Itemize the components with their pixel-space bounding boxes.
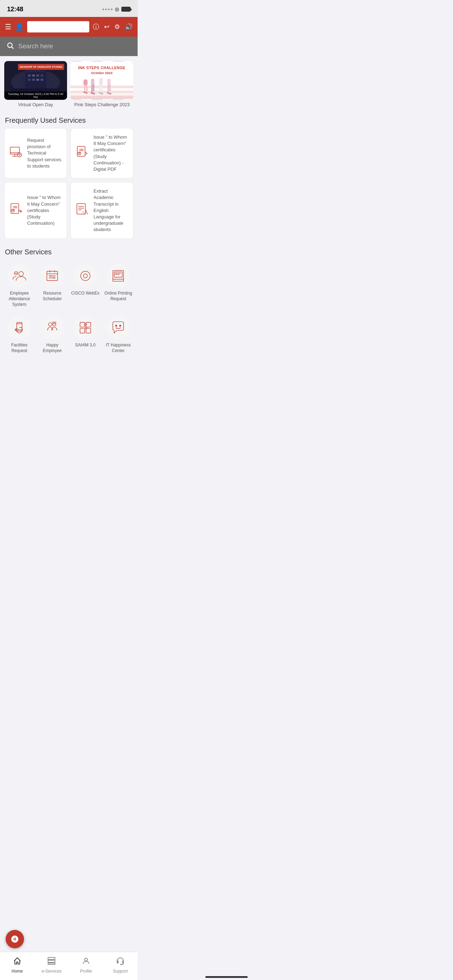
main-content: DEANSHIP OF GRADUATE STUDIES Tuesday, 24… <box>0 56 138 394</box>
status-bar: 12:48 ⊜ <box>0 0 138 17</box>
svg-rect-13 <box>41 79 43 81</box>
online-printing-icon-circle <box>106 264 130 288</box>
svg-rect-26 <box>85 92 87 94</box>
other-label-sahim: SAHIM 3.0 <box>75 342 95 348</box>
search-bar[interactable]: Search here <box>0 37 138 56</box>
search-placeholder: Search here <box>18 43 53 50</box>
svg-rect-34 <box>101 84 103 92</box>
other-item-online-printing[interactable]: Online Printing Request <box>102 260 135 312</box>
other-label-online-printing: Online Printing Request <box>103 291 134 302</box>
service-text-1: Request provision of Technical Support s… <box>27 137 62 169</box>
svg-rect-39 <box>110 84 111 92</box>
svg-rect-10 <box>28 79 31 81</box>
banner-label-2: Pink Steps Challenge 2023 <box>71 100 134 109</box>
svg-text:October 2023: October 2023 <box>91 71 113 75</box>
status-icons: ⊜ <box>102 6 130 13</box>
service-icon-2 <box>75 145 89 162</box>
svg-rect-71 <box>50 275 52 278</box>
other-services-title: Other Services <box>0 245 138 260</box>
resource-scheduler-icon-circle <box>40 264 64 288</box>
svg-point-91 <box>119 325 121 327</box>
svg-line-61 <box>86 210 87 214</box>
svg-rect-7 <box>32 75 35 76</box>
svg-rect-6 <box>28 75 31 76</box>
service-card-2[interactable]: Issue " to Whom It May Concern" certific… <box>71 128 134 178</box>
banner-card-1[interactable]: DEANSHIP OF GRADUATE STUDIES Tuesday, 24… <box>4 61 67 109</box>
other-item-it-happiness[interactable]: IT Happiness Center <box>102 312 135 358</box>
svg-rect-9 <box>41 75 43 76</box>
banner-badge-1: DEANSHIP OF GRADUATE STUDIES <box>18 64 64 70</box>
search-icon <box>6 41 14 51</box>
info-icon[interactable]: ⓘ <box>93 22 99 31</box>
other-services-section: Other Services Employee Attendance Syste… <box>0 242 138 358</box>
battery-icon <box>121 7 130 12</box>
banner-section: DEANSHIP OF GRADUATE STUDIES Tuesday, 24… <box>0 56 138 114</box>
svg-rect-11 <box>32 79 35 81</box>
svg-rect-40 <box>107 92 110 94</box>
other-label-resource-scheduler: Resource Scheduler <box>37 291 68 302</box>
service-icon-1 <box>9 145 23 162</box>
svg-rect-29 <box>93 84 95 92</box>
nav-search-box <box>27 21 89 32</box>
facilities-request-icon-circle <box>7 316 32 340</box>
frequently-used-title: Frequently Used Services <box>0 114 138 128</box>
svg-point-62 <box>19 272 23 276</box>
banner-label-1: Virtual Open Day <box>4 100 67 109</box>
signal-icon <box>102 8 113 10</box>
service-icon-3 <box>9 202 23 219</box>
svg-rect-30 <box>91 92 93 94</box>
service-card-4[interactable]: Extract Academic Transcript in English L… <box>71 182 134 239</box>
other-label-employee-attendance: Employee Attendance System <box>4 291 35 307</box>
svg-rect-25 <box>84 92 86 93</box>
svg-rect-38 <box>108 85 109 93</box>
cisco-webex-icon-circle <box>73 264 97 288</box>
svg-text:INK STEPS CHALLENGE: INK STEPS CHALLENGE <box>78 65 126 70</box>
svg-rect-8 <box>37 75 39 76</box>
services-grid: Request provision of Technical Support s… <box>0 128 138 242</box>
happy-employee-icon-circle <box>40 316 64 340</box>
svg-rect-35 <box>99 92 101 94</box>
frequently-used-section: Frequently Used Services Request provisi… <box>0 114 138 242</box>
other-item-happy-employee[interactable]: Happy Employee <box>36 312 69 358</box>
service-text-3: Issue " to Whom It May Concern" certific… <box>27 194 62 226</box>
svg-line-1 <box>12 47 13 49</box>
profile-icon[interactable]: 👤 <box>15 22 24 31</box>
employee-attendance-icon-circle <box>7 264 32 288</box>
other-label-happy-employee: Happy Employee <box>37 342 68 353</box>
banner-card-2[interactable]: INK STEPS CHALLENGE October 2023 <box>71 61 134 109</box>
nav-actions: ⓘ ↩ ⚙ 🔊 <box>93 22 133 31</box>
it-happiness-icon-circle <box>106 316 130 340</box>
other-item-facilities-request[interactable]: Facilities Request <box>3 312 36 358</box>
svg-rect-24 <box>86 85 87 92</box>
volume-icon[interactable]: 🔊 <box>125 23 133 31</box>
other-item-sahim[interactable]: SAHIM 3.0 <box>69 312 102 358</box>
service-card-1[interactable]: Request provision of Technical Support s… <box>4 128 67 178</box>
svg-point-74 <box>83 274 87 278</box>
top-nav: ☰ 👤 ⓘ ↩ ⚙ 🔊 <box>0 17 138 37</box>
svg-rect-87 <box>86 323 91 327</box>
service-card-3[interactable]: Issue " to Whom It May Concern" certific… <box>4 182 67 239</box>
banner-image-1: DEANSHIP OF GRADUATE STUDIES Tuesday, 24… <box>4 61 67 100</box>
svg-rect-12 <box>37 79 39 81</box>
wifi-icon: ⊜ <box>114 6 119 13</box>
settings-icon[interactable]: ⚙ <box>114 23 120 31</box>
svg-rect-72 <box>53 277 55 279</box>
menu-icon[interactable]: ☰ <box>5 22 11 31</box>
svg-rect-89 <box>86 328 91 333</box>
status-time: 12:48 <box>7 6 23 13</box>
other-item-cisco-webex[interactable]: CISCO WebEx <box>69 260 102 312</box>
other-item-resource-scheduler[interactable]: Resource Scheduler <box>36 260 69 312</box>
other-item-employee-attendance[interactable]: Employee Attendance System <box>3 260 36 312</box>
service-text-2: Issue " to Whom It May Concern" certific… <box>94 134 129 172</box>
sahim-icon-circle <box>73 316 97 340</box>
svg-rect-23 <box>84 85 85 92</box>
other-label-it-happiness: IT Happiness Center <box>103 342 134 353</box>
service-icon-4 <box>75 202 89 219</box>
svg-rect-28 <box>91 85 93 93</box>
svg-rect-88 <box>80 328 85 333</box>
svg-point-90 <box>116 325 117 327</box>
share-icon[interactable]: ↩ <box>104 23 110 31</box>
svg-rect-42 <box>71 94 134 99</box>
banner-image-2: INK STEPS CHALLENGE October 2023 <box>71 61 134 100</box>
svg-rect-86 <box>80 323 85 327</box>
